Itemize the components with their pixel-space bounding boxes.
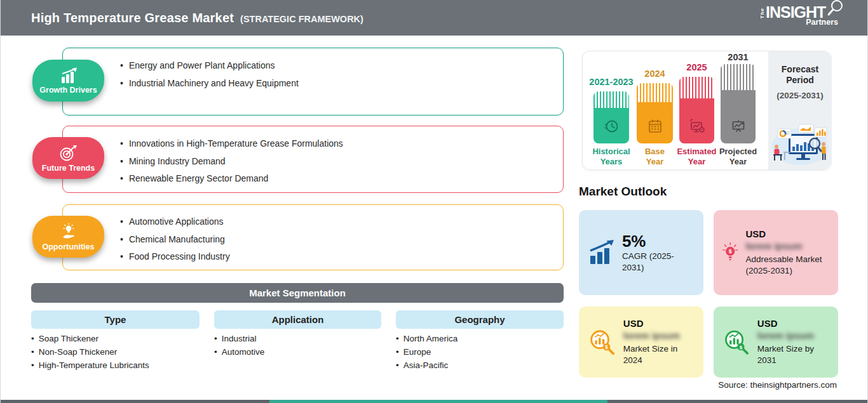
segmentation-title-bar: Market Segmentation [31,283,564,303]
calendar-icon [646,117,664,135]
list-item: North America [396,333,458,346]
timeline-bar-caption: Historical Years [585,147,637,167]
market-outlook-title: Market Outlook [579,185,667,199]
bar-body [593,108,629,143]
segmentation-list-geography: North America Europe Asia-Pacific [396,333,458,372]
timeline-year: 2021-2023 [585,77,637,87]
forecast-range: (2025-2031) [768,91,832,100]
segmentation-header-geography: Geography [396,310,564,329]
cagr-card: 5% CAGR (2025-2031) [579,210,703,295]
list-item: Innovations in High-Temperature Grease F… [120,135,343,153]
card-label: Market Size by 2031 [757,343,831,366]
list-item: Europe [396,346,458,359]
timeline-card: 2021-2023 2024 2025 2031 [582,51,831,170]
segmentation-list-application: Industrial Automotive [214,333,264,359]
future-trends-label: Future Trends [42,164,95,173]
growth-drivers-label: Growth Drivers [39,86,97,95]
segmentation-header-application: Application [214,310,381,329]
blurred-value: lorem ipsum [623,330,696,341]
caption-line: Year [717,157,759,167]
caption-line: Base [637,147,673,157]
list-item: Chemical Manufacturing [120,231,230,249]
market-size-2031-text: USD lorem ipsum Market Size by 2031 [757,318,831,366]
cagr-value: 5% [622,232,696,251]
timeline-bar-historical [593,91,629,143]
svg-text:$: $ [740,345,743,350]
timeline-year: 2025 [679,62,714,72]
segmentation-title: Market Segmentation [249,287,346,298]
caption-line: Year [676,157,717,167]
future-trends-list: Innovations in High-Temperature Grease F… [120,135,343,188]
currency-label: USD [757,318,831,329]
list-item: Energy and Power Plant Applications [120,57,299,75]
magnifier-icon [825,0,844,18]
card-label: Market Size in 2024 [623,343,696,366]
insight-partners-logo: The INSIGHT Partners [759,4,842,32]
timeline-bar-caption: Projected Year [717,147,759,167]
addressable-market-text: USD lorem ipsum Addressable Market (2025… [745,228,831,277]
currency-label: USD [745,228,831,239]
magnifier-chart-icon: $ [721,326,751,358]
market-size-2031-card: $ USD lorem ipsum Market Size by 2031 [714,307,838,378]
timeline-year: 2031 [721,52,756,62]
forecast-title: Forecast Period [768,64,832,86]
page-title: High Temperature Grease Market [31,11,234,25]
magnifier-chart-icon: $ [587,326,617,358]
cagr-text: 5% CAGR (2025-2031) [622,232,696,274]
bar-body [721,90,756,143]
opportunities-list: Automotive Applications Chemical Manufac… [120,213,230,266]
timeline-bar-projected [721,64,756,143]
list-item: High-Temperature Lubricants [31,359,149,373]
forecast-title-line: Period [768,75,832,86]
opportunities-badge: Opportunities [32,216,104,258]
caption-line: Years [585,157,637,167]
list-item: Non-Soap Thickener [31,346,149,359]
caption-line: Historical [585,147,637,157]
logo-the: The [759,8,765,18]
card-label: Addressable Market (2025-2031) [745,254,831,277]
analytics-illustration [770,120,831,167]
blurred-value: lorem ipsum [745,241,831,251]
timeline-bar-caption: Base Year [637,147,673,167]
infographic-page: High Temperature Grease Market (STRATEGI… [0,0,868,403]
currency-label: USD [623,318,696,329]
idea-hand-icon [59,223,78,241]
segmentation-list-type: Soap Thickener Non-Soap Thickener High-T… [31,333,149,372]
list-item: Industrial [214,333,264,346]
presentation-chart-icon [729,117,747,135]
cagr-label: CAGR (2025-2031) [622,251,696,274]
caption-line: Estimated [676,147,717,157]
header-title-wrap: High Temperature Grease Market (STRATEGI… [31,11,363,25]
list-item: Food Processing Industry [120,248,230,266]
bar-body [637,102,673,143]
header-bar: High Temperature Grease Market (STRATEGI… [1,0,867,36]
growth-bars-icon [587,239,616,266]
svg-text:$: $ [729,248,732,254]
source-link[interactable]: Source: theinsightpartners.com [718,380,837,390]
market-size-2024-card: $ USD lorem ipsum Market Size in 2024 [579,307,703,378]
bar-stripes [721,64,756,90]
forecast-period-panel: Forecast Period (2025-2031) [768,51,832,169]
list-item: Asia-Pacific [396,359,458,373]
forecast-title-line: Forecast [768,64,832,75]
page-subtitle: (STRATEGIC FRAMEWORK) [240,14,363,24]
opportunities-label: Opportunities [43,242,95,251]
market-size-2024-text: USD lorem ipsum Market Size in 2024 [623,318,696,366]
bar-body [679,98,714,143]
growth-chart-icon [58,67,79,84]
list-item: Renewable Energy Sector Demand [120,170,343,188]
bar-stripes [637,83,673,102]
timeline-year: 2024 [637,69,673,79]
analysis-gear-icon [688,117,706,135]
list-item: Mining Industry Demand [120,153,343,171]
timeline-bar-estimated [679,77,714,143]
bulb-dollar-icon: $ [721,237,739,268]
bottom-accent-bar [1,400,867,403]
growth-drivers-list: Energy and Power Plant Applications Indu… [120,57,299,92]
svg-text:$: $ [605,345,608,350]
list-item: Soap Thickener [31,333,149,346]
list-item: Automotive Applications [120,213,230,231]
timeline-bar-caption: Estimated Year [676,147,717,167]
list-item: Automotive [214,346,264,359]
addressable-market-card: $ USD lorem ipsum Addressable Market (20… [714,210,838,295]
